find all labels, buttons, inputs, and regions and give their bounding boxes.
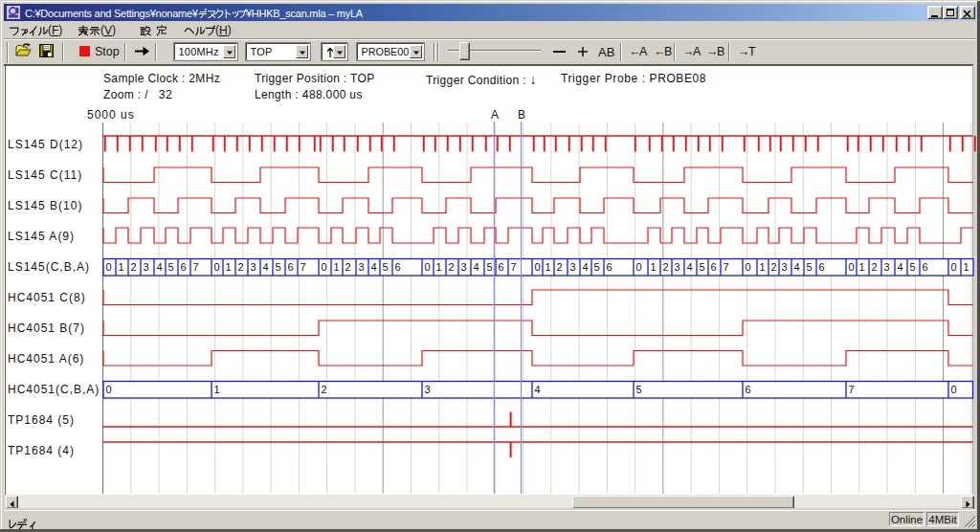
svg-text:0: 0: [214, 261, 220, 273]
svg-text:4: 4: [371, 261, 377, 273]
svg-text:3: 3: [461, 261, 467, 273]
svg-text:2: 2: [771, 261, 777, 273]
svg-text:5: 5: [168, 261, 174, 273]
svg-text:6: 6: [923, 261, 928, 273]
svg-text:2: 2: [322, 384, 327, 395]
svg-text:2: 2: [131, 261, 137, 273]
svg-text:1: 1: [651, 261, 657, 273]
svg-text:0: 0: [746, 261, 751, 273]
svg-text:6: 6: [499, 261, 504, 273]
svg-text:2: 2: [449, 261, 455, 273]
svg-text:0: 0: [535, 261, 541, 273]
svg-text:7: 7: [849, 384, 855, 395]
svg-text:2: 2: [557, 261, 563, 273]
svg-text:1: 1: [859, 261, 865, 273]
svg-text:6: 6: [819, 261, 825, 273]
svg-text:5: 5: [594, 261, 600, 273]
svg-text:1: 1: [760, 261, 766, 273]
svg-text:1: 1: [436, 261, 442, 273]
svg-text:6: 6: [711, 261, 717, 273]
svg-text:1: 1: [214, 384, 220, 395]
svg-text:4: 4: [687, 261, 693, 273]
svg-text:5: 5: [910, 261, 916, 273]
svg-text:5: 5: [487, 261, 493, 273]
svg-text:4: 4: [474, 261, 479, 273]
svg-text:7: 7: [724, 261, 729, 273]
svg-text:1: 1: [546, 261, 551, 273]
svg-text:4: 4: [898, 261, 903, 273]
svg-text:0: 0: [106, 384, 112, 395]
svg-text:3: 3: [884, 261, 890, 273]
svg-text:2: 2: [663, 261, 669, 273]
svg-text:6: 6: [607, 261, 612, 273]
svg-text:1: 1: [226, 261, 232, 273]
svg-text:5: 5: [636, 384, 642, 395]
svg-text:0: 0: [425, 261, 431, 273]
svg-text:3: 3: [675, 261, 680, 273]
svg-text:0: 0: [106, 261, 112, 273]
svg-text:1: 1: [334, 261, 340, 273]
svg-text:0: 0: [951, 261, 957, 273]
svg-text:3: 3: [425, 384, 431, 395]
svg-text:5: 5: [700, 261, 705, 273]
svg-text:6: 6: [395, 261, 401, 273]
svg-text:3: 3: [359, 261, 365, 273]
svg-text:6: 6: [288, 261, 294, 273]
svg-text:6: 6: [181, 261, 187, 273]
svg-text:2: 2: [345, 261, 351, 273]
svg-text:6: 6: [746, 384, 751, 395]
svg-text:7: 7: [193, 261, 199, 273]
svg-text:7: 7: [511, 261, 517, 273]
svg-text:1: 1: [964, 261, 969, 273]
svg-text:3: 3: [251, 261, 256, 273]
svg-text:4: 4: [583, 261, 589, 273]
svg-text:3: 3: [144, 261, 149, 273]
svg-text:0: 0: [849, 261, 855, 273]
svg-text:5: 5: [383, 261, 389, 273]
svg-text:4: 4: [535, 384, 541, 395]
svg-text:0: 0: [636, 261, 642, 273]
svg-text:5: 5: [276, 261, 281, 273]
svg-text:1: 1: [119, 261, 124, 273]
svg-text:5: 5: [807, 261, 813, 273]
svg-text:4: 4: [794, 261, 800, 273]
svg-text:0: 0: [322, 261, 327, 273]
svg-text:2: 2: [872, 261, 878, 273]
svg-text:0: 0: [951, 384, 957, 395]
svg-text:2: 2: [238, 261, 244, 273]
svg-text:4: 4: [157, 261, 163, 273]
svg-text:3: 3: [782, 261, 788, 273]
svg-text:3: 3: [570, 261, 576, 273]
svg-text:7: 7: [301, 261, 306, 273]
svg-text:4: 4: [263, 261, 269, 273]
